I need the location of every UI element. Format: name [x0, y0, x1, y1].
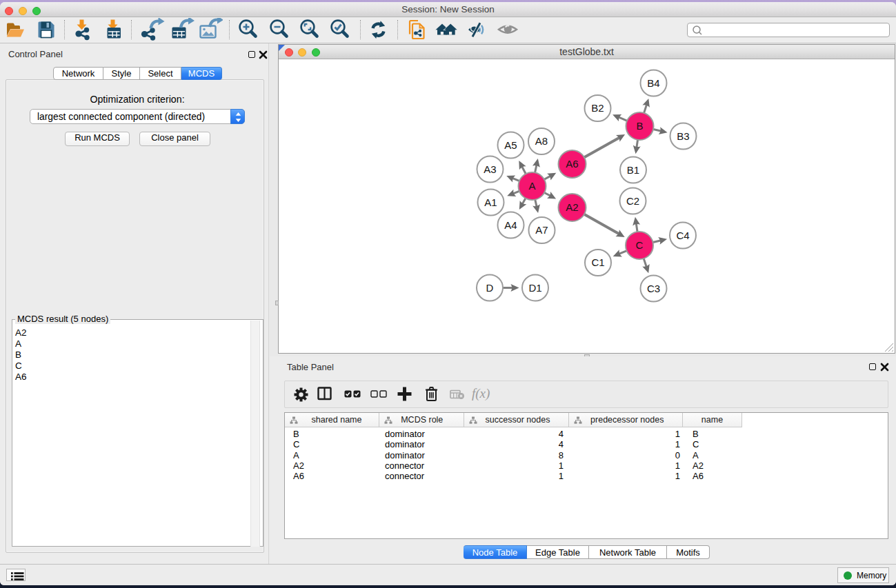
svg-text:C4: C4 [676, 230, 689, 241]
svg-text:A4: A4 [504, 219, 517, 231]
svg-text:B3: B3 [677, 130, 689, 142]
svg-text:A6: A6 [566, 158, 578, 170]
svg-text:A7: A7 [535, 224, 548, 236]
svg-text:A3: A3 [484, 163, 496, 175]
svg-text:A2: A2 [566, 201, 578, 213]
svg-text:C1: C1 [591, 256, 604, 268]
svg-text:D1: D1 [528, 282, 541, 294]
svg-text:C2: C2 [626, 195, 639, 207]
svg-text:C3: C3 [647, 283, 660, 294]
svg-text:A: A [528, 180, 535, 192]
svg-text:A1: A1 [484, 196, 497, 208]
svg-text:B2: B2 [591, 102, 604, 114]
svg-text:C: C [636, 239, 644, 251]
svg-text:B4: B4 [647, 77, 659, 89]
svg-text:A5: A5 [504, 139, 517, 151]
svg-text:B: B [636, 120, 643, 132]
svg-text:A8: A8 [535, 135, 548, 147]
svg-text:D: D [486, 282, 494, 294]
svg-text:B1: B1 [627, 164, 639, 176]
